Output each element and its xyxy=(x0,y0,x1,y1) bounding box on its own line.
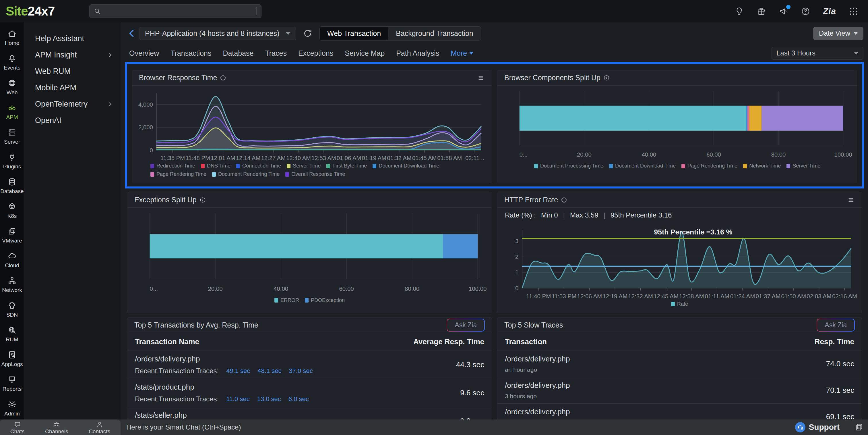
info-icon[interactable] xyxy=(561,197,567,203)
exceptions-chart[interactable]: 0...20.0040.0060.0080.00100.00 xyxy=(127,208,492,299)
date-view-button[interactable]: Date View xyxy=(813,27,863,40)
announcements-button[interactable] xyxy=(779,7,788,16)
table-row[interactable]: /orders/delivery.php 3 hours ago 70.1 se… xyxy=(497,377,862,403)
sidebar-item-cloud[interactable]: Cloud xyxy=(0,248,24,272)
ideas-button[interactable] xyxy=(735,7,744,16)
legend-item[interactable]: Document Processing Time xyxy=(534,163,603,169)
legend-item[interactable]: PDOException xyxy=(305,297,345,303)
legend-item[interactable]: Server Time xyxy=(287,163,321,169)
trace-link[interactable]: 37.0 sec xyxy=(289,367,313,375)
legend-item[interactable]: Page Rendering Time xyxy=(681,163,737,169)
sidebar-item-admin[interactable]: Admin xyxy=(0,396,24,420)
http-error-rate-chart[interactable]: 012311:40 PM11:53 PM12:06 AM12:19 AM12:3… xyxy=(497,221,862,303)
tab-traces[interactable]: Traces xyxy=(265,49,286,57)
chart-menu-icon[interactable] xyxy=(847,196,855,204)
applogs-icon xyxy=(8,350,17,359)
info-icon[interactable] xyxy=(603,75,610,81)
back-arrow-icon[interactable] xyxy=(126,28,137,39)
trace-link[interactable]: 11.0 sec xyxy=(226,395,250,403)
tab-database[interactable]: Database xyxy=(223,49,253,57)
tab-overview[interactable]: Overview xyxy=(129,49,159,57)
table-row[interactable]: /orders/delivery.php Recent Transaction … xyxy=(127,350,492,379)
trace-link[interactable]: 13.0 sec xyxy=(257,395,281,403)
apps-button[interactable] xyxy=(849,7,858,16)
ask-zia-button[interactable]: Ask Zia xyxy=(817,319,855,331)
sidebar-item-reports[interactable]: Reports xyxy=(0,371,24,396)
sidebar-item-sdn[interactable]: SDN xyxy=(0,297,24,322)
browser-components-chart[interactable]: 0...20.0040.0060.0080.00100.00 xyxy=(497,86,857,165)
ask-zia-button[interactable]: Ask Zia xyxy=(446,319,485,331)
sidebar-item-vmware[interactable]: VMware xyxy=(0,223,24,248)
search-input[interactable] xyxy=(104,7,414,15)
browser-response-time-chart[interactable]: 02,0004,00011:35 PM11:48 PM12:01 AM12:14… xyxy=(132,86,492,165)
info-icon[interactable] xyxy=(199,197,206,203)
legend-item[interactable]: Document Download Time xyxy=(373,163,439,169)
sidebar-item-web[interactable]: Web xyxy=(0,75,24,99)
tab-service-map[interactable]: Service Map xyxy=(345,49,384,57)
trace-link[interactable]: 49.1 sec xyxy=(226,367,250,375)
tab-web-transaction[interactable]: Web Transaction xyxy=(320,27,389,40)
sidebar-item-network[interactable]: Network xyxy=(0,272,24,297)
svg-text:12:40 AM: 12:40 AM xyxy=(286,155,311,161)
time-range-dropdown[interactable]: Last 3 Hours xyxy=(772,47,863,60)
menu-item-opentelemetry[interactable]: OpenTelemetry xyxy=(24,96,121,112)
table-row[interactable]: /orders/delivery.php an hour ago 74.0 se… xyxy=(497,350,862,377)
whats-new-button[interactable] xyxy=(756,7,766,16)
channels-button[interactable]: Channels xyxy=(45,420,68,435)
sidebar-item-server[interactable]: Server xyxy=(0,124,24,149)
legend-item[interactable]: First Byte Time xyxy=(327,163,367,169)
menu-item-mobile-apm[interactable]: Mobile APM xyxy=(24,80,121,96)
tab-exceptions[interactable]: Exceptions xyxy=(298,49,333,57)
sidebar-item-plugins[interactable]: Plugins xyxy=(0,149,24,174)
table-row[interactable]: /stats/product.php Recent Transaction Tr… xyxy=(127,379,492,407)
menu-item-openai[interactable]: OpenAI xyxy=(24,112,121,129)
global-search[interactable] xyxy=(89,4,261,18)
sidebar-item-home[interactable]: Home xyxy=(0,25,24,50)
legend-item[interactable]: Overall Response Time xyxy=(285,171,345,177)
tab-background-transaction[interactable]: Background Transaction xyxy=(389,27,481,40)
monitor-dropdown[interactable]: PHP-Application (4 hosts and 8 instances… xyxy=(140,27,296,40)
legend-item[interactable]: Document Rendering Time xyxy=(212,171,280,177)
zia-button[interactable]: Zia xyxy=(823,6,836,16)
sidebar-item-k8s[interactable]: K8s xyxy=(0,198,24,223)
sidebar-item-apm[interactable]: APM xyxy=(0,99,24,124)
sidebar-item-events[interactable]: Events xyxy=(0,50,24,75)
trace-link[interactable]: 48.1 sec xyxy=(257,367,281,375)
chart-menu-icon[interactable] xyxy=(477,74,485,82)
legend-item[interactable]: Connection Time xyxy=(236,163,281,169)
notification-dot xyxy=(786,5,790,9)
legend-item[interactable]: Network Time xyxy=(743,163,781,169)
tab-path-analysis[interactable]: Path Analysis xyxy=(396,49,439,57)
smart-chat-prompt[interactable]: Here is your Smart Chat (Ctrl+Space) xyxy=(126,419,241,435)
card-title: Exceptions Split Up xyxy=(134,196,197,204)
legend-item[interactable]: Server Time xyxy=(786,163,820,169)
menu-item-apm-insight[interactable]: APM Insight xyxy=(24,47,121,63)
legend-item[interactable]: Document Download Time xyxy=(609,163,676,169)
trace-link[interactable]: 6.0 sec xyxy=(288,395,309,403)
sidebar-item-rum[interactable]: RUM xyxy=(0,322,24,347)
site24x7-logo[interactable]: Site24x7 xyxy=(6,4,55,19)
help-button[interactable] xyxy=(801,7,810,16)
legend-item[interactable]: Redirection Time xyxy=(150,163,195,169)
legend-item[interactable]: Rate xyxy=(671,301,688,307)
legend-item[interactable]: ERROR xyxy=(274,297,299,303)
icon-rail: Home Events Web APM Server Plugins Datab… xyxy=(0,22,24,435)
legend-item[interactable]: DNS Time xyxy=(201,163,230,169)
menu-item-help-assistant[interactable]: Help Assistant xyxy=(24,30,121,47)
support-button[interactable]: Support xyxy=(795,422,840,432)
table-header: Transaction NameAverage Resp. Time xyxy=(127,333,492,350)
svg-text:60.00: 60.00 xyxy=(706,151,721,158)
sidebar-item-database[interactable]: Database xyxy=(0,174,24,198)
svg-text:11:35 PM: 11:35 PM xyxy=(160,155,185,161)
sidebar-item-applogs[interactable]: AppLogs xyxy=(0,347,24,371)
tab-transactions[interactable]: Transactions xyxy=(170,49,211,57)
notes-button[interactable] xyxy=(855,423,863,432)
refresh-icon[interactable] xyxy=(303,28,313,38)
chats-button[interactable]: Chats xyxy=(10,420,25,435)
contacts-button[interactable]: Contacts xyxy=(89,420,110,435)
tab-more[interactable]: More xyxy=(451,49,473,57)
gear-icon xyxy=(8,400,17,409)
info-icon[interactable] xyxy=(220,75,226,81)
menu-item-web-rum[interactable]: Web RUM xyxy=(24,63,121,80)
legend-item[interactable]: Page Rendering Time xyxy=(150,171,206,177)
